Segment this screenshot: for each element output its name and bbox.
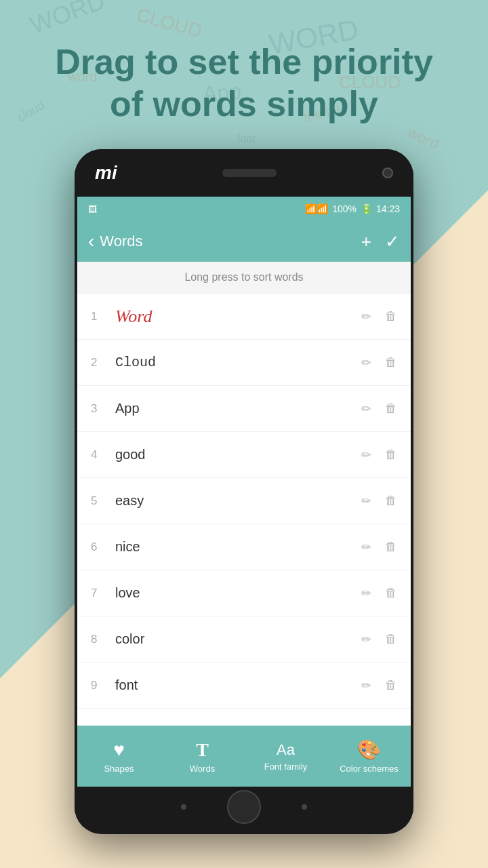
toolbar-right: + ✓ (361, 231, 400, 252)
word-text: font (115, 677, 361, 693)
bottom-nav: ♥ Shapes T Words Aa Font family 🎨 Color … (77, 726, 411, 787)
words-icon: T (196, 739, 209, 761)
word-text: good (115, 447, 361, 462)
words-list: 1 Word ✏ 🗑 2 Cloud ✏ 🗑 3 App (77, 294, 411, 726)
mi-logo: mi (95, 162, 117, 184)
delete-button[interactable]: 🗑 (385, 632, 397, 646)
clock: 14:23 (376, 203, 400, 214)
list-item: 1 Word ✏ 🗑 (77, 294, 411, 340)
delete-button[interactable]: 🗑 (385, 494, 397, 508)
edit-button[interactable]: ✏ (361, 309, 371, 324)
list-item: 3 App ✏ 🗑 (77, 386, 411, 432)
status-left-icons: 🖼 (88, 204, 97, 214)
delete-button[interactable]: 🗑 (385, 309, 397, 323)
edit-button[interactable]: ✏ (361, 540, 371, 555)
font-family-icon: Aa (277, 741, 295, 759)
nav-dot-recent (302, 804, 307, 810)
list-item: 4 good ✏ 🗑 (77, 432, 411, 478)
word-actions: ✏ 🗑 (361, 632, 397, 647)
word-actions: ✏ 🗑 (361, 494, 397, 509)
font-family-label: Font family (264, 762, 308, 772)
back-button[interactable]: ‹ (88, 231, 94, 252)
delete-button[interactable]: 🗑 (385, 586, 397, 600)
list-item: 8 color ✏ 🗑 (77, 616, 411, 663)
phone-bottom-bezel (75, 787, 413, 827)
tab-font-family[interactable]: Aa Font family (244, 734, 327, 778)
word-number: 2 (91, 356, 115, 370)
color-schemes-icon: 🎨 (357, 738, 381, 761)
word-number: 1 (91, 310, 115, 323)
tab-color-schemes[interactable]: 🎨 Color schemes (327, 732, 411, 781)
app-toolbar: ‹ Words + ✓ (77, 221, 411, 262)
battery-icon: 🔋 (361, 203, 372, 214)
svg-text:font: font (237, 133, 256, 144)
word-text: Word (115, 307, 361, 327)
tab-words[interactable]: T Words (161, 732, 244, 781)
confirm-button[interactable]: ✓ (385, 231, 400, 252)
word-number: 9 (91, 679, 115, 692)
word-actions: ✏ 🗑 (361, 355, 397, 370)
edit-button[interactable]: ✏ (361, 401, 371, 416)
edit-button[interactable]: ✏ (361, 494, 371, 509)
phone-speaker (222, 169, 277, 177)
delete-button[interactable]: 🗑 (385, 678, 397, 692)
svg-text:cloud: cloud (371, 13, 414, 43)
delete-button[interactable]: 🗑 (385, 355, 397, 370)
delete-button[interactable]: 🗑 (385, 401, 397, 416)
battery-percent: 100% (332, 203, 357, 214)
phone-screen: 🖼 📶📶 100% 🔋 14:23 ‹ Words + ✓ Long press… (77, 197, 411, 787)
edit-button[interactable]: ✏ (361, 448, 371, 462)
edit-button[interactable]: ✏ (361, 632, 371, 647)
edit-button[interactable]: ✏ (361, 355, 371, 370)
edit-button[interactable]: ✏ (361, 678, 371, 693)
delete-button[interactable]: 🗑 (385, 540, 397, 554)
phone-top-bezel: mi (75, 149, 413, 197)
word-number: 5 (91, 494, 115, 508)
word-text: color (115, 631, 361, 647)
list-item: 9 font ✏ 🗑 (77, 663, 411, 709)
list-item: 10 theme ✏ 🗑 (77, 709, 411, 726)
word-actions: ✏ 🗑 (361, 448, 397, 462)
list-item: 2 Cloud ✏ 🗑 (77, 340, 411, 386)
word-number: 8 (91, 633, 115, 646)
word-text: easy (115, 493, 361, 509)
status-bar: 🖼 📶📶 100% 🔋 14:23 (77, 197, 411, 221)
nav-dot-back (181, 804, 186, 810)
word-actions: ✏ 🗑 (361, 401, 397, 416)
notification-icon: 🖼 (88, 204, 97, 214)
word-number: 4 (91, 448, 115, 462)
word-number: 3 (91, 402, 115, 416)
words-label: Words (190, 764, 215, 774)
add-button[interactable]: + (361, 231, 371, 252)
toolbar-left: ‹ Words (88, 231, 143, 252)
shapes-label: Shapes (104, 764, 134, 774)
shapes-icon: ♥ (113, 739, 125, 761)
word-number: 7 (91, 587, 115, 600)
word-actions: ✏ 🗑 (361, 586, 397, 601)
hint-bar: Long press to sort words (77, 262, 411, 294)
word-text: Cloud (115, 355, 361, 370)
home-button[interactable] (227, 790, 261, 824)
svg-text:CLOUD: CLOUD (134, 4, 204, 41)
word-number: 6 (91, 540, 115, 554)
word-text: nice (115, 539, 361, 555)
phone-device: mi 🖼 📶📶 100% 🔋 14:23 ‹ Words + (75, 149, 413, 834)
svg-text:WORD: WORD (26, 0, 108, 39)
signal-icons: 📶📶 (305, 203, 328, 214)
word-text: App (115, 401, 361, 416)
word-actions: ✏ 🗑 (361, 678, 397, 693)
delete-button[interactable]: 🗑 (385, 448, 397, 462)
word-actions: ✏ 🗑 (361, 540, 397, 555)
svg-text:word: word (405, 123, 442, 152)
tab-shapes[interactable]: ♥ Shapes (77, 732, 161, 781)
word-actions: ✏ 🗑 (361, 309, 397, 324)
toolbar-title: Words (100, 233, 142, 250)
edit-button[interactable]: ✏ (361, 586, 371, 601)
word-text: love (115, 585, 361, 601)
color-schemes-label: Color schemes (340, 764, 399, 774)
list-item: 6 nice ✏ 🗑 (77, 524, 411, 570)
phone-camera (382, 167, 393, 178)
list-item: 7 love ✏ 🗑 (77, 570, 411, 616)
hero-title: Drag to set the priority of words simply (0, 41, 488, 125)
hint-text: Long press to sort words (184, 271, 303, 283)
